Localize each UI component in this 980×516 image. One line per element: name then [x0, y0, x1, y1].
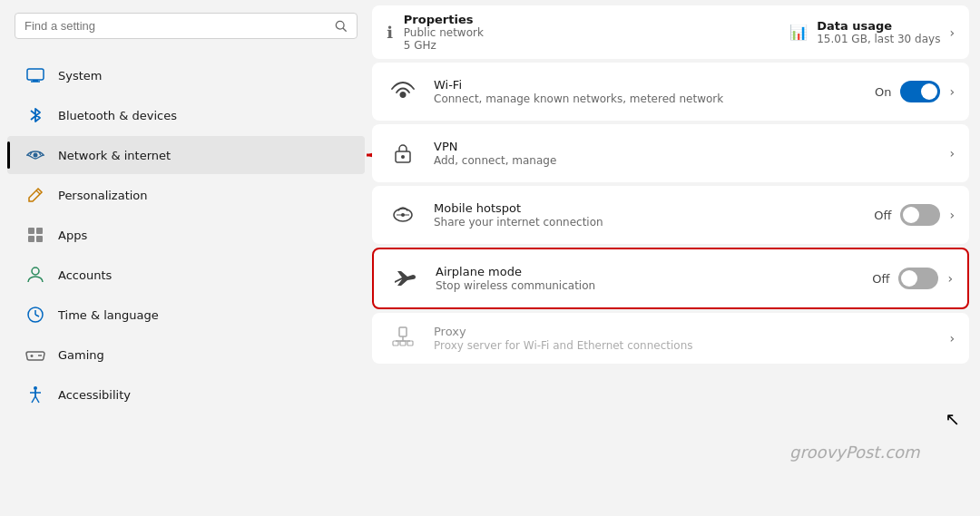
svg-rect-11 — [28, 236, 34, 242]
svg-point-28 — [401, 155, 405, 159]
sidebar-item-label: Apps — [58, 229, 87, 242]
sidebar: System Bluetooth & devices Network & int… — [0, 0, 372, 516]
svg-line-1 — [343, 28, 346, 31]
person-icon — [25, 265, 45, 285]
search-input[interactable] — [24, 19, 328, 33]
wifi-icon — [387, 75, 419, 108]
hotspot-toggle-thumb — [903, 207, 919, 223]
sidebar-item-accessibility[interactable]: Accessibility — [7, 375, 365, 414]
sidebar-item-system[interactable]: System — [7, 56, 365, 94]
wifi-right: On › — [875, 81, 955, 102]
vpn-card[interactable]: VPN Add, connect, manage › — [372, 124, 969, 182]
airplane-icon — [388, 262, 421, 295]
wifi-status: On — [875, 85, 891, 99]
svg-line-25 — [35, 396, 39, 403]
properties-subtitle2: 5 GHz — [404, 39, 484, 52]
monitor-icon — [25, 65, 45, 85]
svg-line-16 — [35, 315, 39, 316]
airplane-toggle[interactable] — [898, 268, 938, 289]
proxy-desc: Proxy server for Wi-Fi and Ethernet conn… — [434, 339, 935, 352]
content-area: ℹ Properties Public network 5 GHz 📊 Data… — [372, 0, 969, 516]
data-usage-subtitle: 15.01 GB, last 30 days — [817, 33, 940, 45]
svg-point-26 — [401, 93, 405, 97]
wifi-text: Wi-Fi Connect, manage known networks, me… — [434, 78, 860, 105]
sidebar-item-label: System — [58, 69, 102, 83]
sidebar-item-gaming[interactable]: Gaming — [7, 336, 365, 374]
svg-rect-32 — [399, 327, 407, 336]
hotspot-icon — [387, 199, 419, 231]
sidebar-item-accounts[interactable]: Accounts — [7, 256, 365, 294]
sidebar-item-label: Gaming — [58, 348, 104, 362]
vpn-title: VPN — [434, 140, 935, 153]
data-usage-chevron: › — [949, 25, 955, 40]
properties-text: Properties Public network 5 GHz — [404, 13, 484, 52]
airplane-desc: Stop wireless communication — [436, 279, 858, 292]
hotspot-toggle[interactable] — [900, 204, 940, 226]
sidebar-item-label: Network & internet — [58, 149, 171, 162]
hotspot-status: Off — [874, 209, 891, 222]
proxy-title: Proxy — [434, 325, 935, 338]
proxy-card[interactable]: Proxy Proxy server for Wi-Fi and Etherne… — [372, 313, 969, 364]
airplane-title: Airplane mode — [436, 265, 858, 278]
svg-point-19 — [38, 355, 40, 356]
airplane-chevron: › — [947, 271, 953, 286]
svg-rect-2 — [27, 69, 44, 80]
airplane-status: Off — [872, 272, 889, 286]
sidebar-item-bluetooth[interactable]: Bluetooth & devices — [7, 96, 365, 134]
svg-point-31 — [401, 213, 405, 217]
proxy-icon — [387, 322, 419, 355]
properties-subtitle1: Public network — [404, 26, 484, 39]
airplane-toggle-thumb — [901, 270, 917, 287]
hotspot-card[interactable]: Mobile hotspot Share your internet conne… — [372, 186, 969, 244]
pencil-icon — [25, 185, 45, 205]
sidebar-item-label: Personalization — [58, 189, 148, 202]
svg-point-13 — [32, 268, 39, 275]
sidebar-item-network[interactable]: Network & internet — [7, 136, 365, 174]
svg-point-21 — [34, 386, 37, 390]
wifi-desc: Connect, manage known networks, metered … — [434, 92, 860, 105]
wifi-chevron: › — [949, 84, 955, 99]
proxy-right: › — [949, 331, 955, 346]
data-usage-icon: 📊 — [789, 24, 808, 41]
svg-rect-9 — [28, 228, 34, 234]
arrow-annotation — [358, 143, 372, 167]
sidebar-item-label: Time & language — [58, 308, 159, 322]
airplane-right: Off › — [872, 268, 953, 289]
airplane-card[interactable]: Airplane mode Stop wireless communicatio… — [372, 248, 969, 309]
properties-title: Properties — [404, 13, 484, 26]
bluetooth-icon — [25, 105, 45, 125]
properties-section: ℹ Properties Public network 5 GHz — [387, 13, 484, 52]
svg-rect-10 — [36, 228, 43, 234]
wifi-toggle-thumb — [921, 83, 937, 100]
apps-icon — [25, 225, 45, 245]
sidebar-item-label: Accounts — [58, 268, 112, 282]
svg-line-24 — [32, 396, 35, 403]
top-partial-card[interactable]: ℹ Properties Public network 5 GHz 📊 Data… — [372, 5, 969, 59]
svg-line-8 — [36, 190, 40, 194]
svg-point-20 — [40, 355, 42, 356]
controller-icon — [25, 345, 45, 365]
info-icon: ℹ — [387, 23, 393, 42]
wifi-toggle[interactable] — [900, 81, 940, 102]
sidebar-item-apps[interactable]: Apps — [7, 216, 365, 254]
cursor: ↖ — [945, 408, 960, 430]
data-usage-section: 📊 Data usage 15.01 GB, last 30 days › — [789, 19, 955, 45]
sidebar-item-time[interactable]: Time & language — [7, 296, 365, 334]
hotspot-desc: Share your internet connection — [434, 216, 859, 229]
vpn-chevron: › — [949, 146, 955, 161]
wifi-title: Wi-Fi — [434, 78, 860, 92]
accessibility-icon — [25, 385, 45, 404]
main-content: ℹ Properties Public network 5 GHz 📊 Data… — [372, 0, 980, 516]
proxy-chevron: › — [949, 331, 955, 346]
airplane-text: Airplane mode Stop wireless communicatio… — [436, 265, 858, 292]
wifi-card[interactable]: Wi-Fi Connect, manage known networks, me… — [372, 63, 969, 121]
clock-icon — [25, 305, 45, 325]
sidebar-item-personalization[interactable]: Personalization — [7, 176, 365, 214]
search-icon — [335, 20, 348, 33]
hotspot-chevron: › — [949, 208, 955, 222]
data-usage-title: Data usage — [817, 19, 940, 33]
sidebar-item-label: Bluetooth & devices — [58, 109, 177, 122]
sidebar-item-label: Accessibility — [58, 388, 131, 402]
search-box[interactable] — [15, 13, 358, 39]
svg-point-5 — [34, 153, 38, 158]
